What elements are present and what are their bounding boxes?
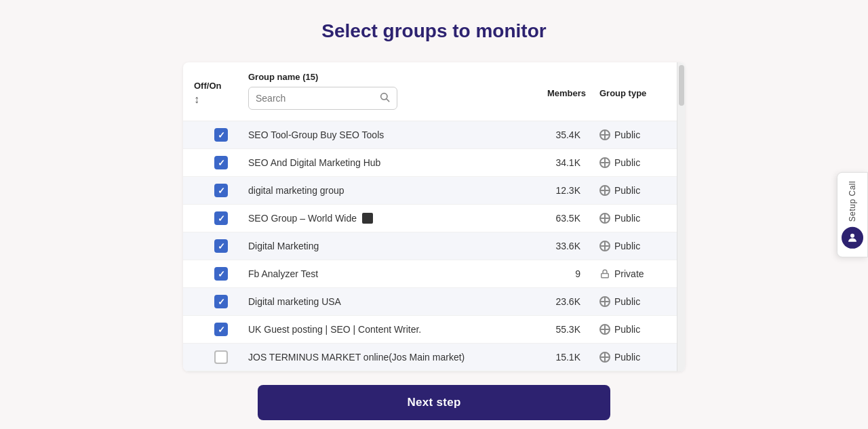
scrollbar-thumb [679, 65, 684, 106]
setup-call-sidebar[interactable]: Setup Call [837, 171, 868, 257]
grouptype-cell: Private [586, 268, 674, 279]
row-checkbox[interactable]: ✓ [214, 128, 228, 142]
group-name-cell: Digital Marketing [248, 241, 518, 251]
setup-call-label: Setup Call [848, 180, 857, 221]
col-offon-header: Off/On ↕ [194, 81, 248, 106]
setup-call-avatar [842, 227, 863, 249]
group-name-text: UK Guest posting | SEO | Content Writer. [248, 324, 518, 335]
row-checkbox[interactable]: ✓ [214, 267, 228, 281]
page-title: Select groups to monitor [321, 20, 546, 42]
next-step-button[interactable]: Next step [258, 385, 610, 420]
scrollbar[interactable] [677, 62, 685, 371]
grouptype-cell: Public [586, 296, 674, 307]
group-name-cell: Fb Analyzer Test [248, 268, 518, 279]
grouptype-cell: Public [586, 129, 674, 140]
checkbox-cell: ✓ [194, 239, 248, 253]
offon-label: Off/On [194, 81, 221, 91]
globe-icon [599, 157, 610, 168]
globe-icon [599, 241, 610, 251]
group-name-cell: SEO Group – World Wide [248, 213, 518, 224]
checkbox-cell: ✓ [194, 323, 248, 336]
globe-icon [599, 213, 610, 224]
checkbox-cell: ✓ [194, 267, 248, 281]
grouptype-label: Public [614, 241, 640, 251]
table-row: ✓SEO Tool-Group Buy SEO Tools35.4KPublic [183, 121, 685, 149]
group-name-text: Digital Marketing [248, 241, 518, 251]
checkbox-cell: ✓ [194, 128, 248, 142]
members-cell: 35.4K [518, 129, 586, 140]
search-button[interactable] [379, 91, 390, 105]
grouptype-cell: Public [586, 324, 674, 335]
svg-rect-2 [601, 273, 609, 277]
group-name-text: digital marketing group [248, 185, 518, 196]
grouptype-label: Public [614, 324, 640, 335]
group-name-text: SEO Group – World Wide [248, 213, 518, 224]
members-cell: 9 [518, 268, 586, 279]
row-checkbox[interactable]: ✓ [214, 156, 228, 169]
members-cell: 55.3K [518, 324, 586, 335]
groupname-label: Group name (15) [248, 72, 318, 82]
grouptype-cell: Public [586, 352, 674, 363]
table-row: ✓digital marketing group12.3KPublic [183, 177, 685, 205]
group-name-text: JOS TERMINUS MARKET online(Jos Main mark… [248, 352, 518, 363]
row-checkbox[interactable]: ✓ [214, 211, 228, 225]
table-row: ✓SEO And Digital Marketing Hub34.1KPubli… [183, 149, 685, 177]
row-checkbox[interactable]: ✓ [214, 184, 228, 197]
grouptype-cell: Public [586, 241, 674, 251]
grouptype-label: Public [614, 129, 640, 140]
members-cell: 34.1K [518, 157, 586, 168]
group-name-cell: Digital marketing USA [248, 296, 518, 307]
group-name-cell: JOS TERMINUS MARKET online(Jos Main mark… [248, 352, 518, 363]
groups-table: Off/On ↕ Group name (15) Members Group t… [183, 62, 685, 371]
group-name-cell: SEO Tool-Group Buy SEO Tools [248, 129, 518, 140]
grouptype-label: Private [614, 268, 644, 279]
members-cell: 15.1K [518, 352, 586, 363]
grouptype-label: Public [614, 157, 640, 168]
sort-icon[interactable]: ↕ [194, 94, 248, 106]
globe-icon [599, 296, 610, 307]
globe-icon [599, 324, 610, 335]
table-row: JOS TERMINUS MARKET online(Jos Main mark… [183, 344, 685, 371]
group-name-text: SEO Tool-Group Buy SEO Tools [248, 129, 518, 140]
group-name-cell: UK Guest posting | SEO | Content Writer. [248, 324, 518, 335]
members-cell: 33.6K [518, 241, 586, 251]
search-input[interactable] [256, 93, 379, 104]
group-name-text: SEO And Digital Marketing Hub [248, 157, 518, 168]
col-grouptype-header: Group type [586, 88, 674, 98]
checkbox-cell: ✓ [194, 211, 248, 225]
lock-icon [599, 268, 610, 279]
grouptype-cell: Public [586, 185, 674, 196]
table-row: ✓Digital marketing USA23.6KPublic [183, 288, 685, 316]
row-checkbox[interactable] [214, 350, 228, 364]
row-checkbox[interactable]: ✓ [214, 239, 228, 253]
table-row: ✓UK Guest posting | SEO | Content Writer… [183, 316, 685, 344]
table-row: ✓Digital Marketing33.6KPublic [183, 232, 685, 260]
row-checkbox[interactable]: ✓ [214, 295, 228, 308]
group-name-cell: digital marketing group [248, 185, 518, 196]
globe-icon [599, 129, 610, 140]
table-header: Off/On ↕ Group name (15) Members Group t… [183, 62, 685, 121]
members-cell: 23.6K [518, 296, 586, 307]
grouptype-label: Public [614, 213, 640, 224]
svg-line-1 [387, 99, 389, 102]
group-name-text: Fb Analyzer Test [248, 268, 518, 279]
grouptype-cell: Public [586, 213, 674, 224]
col-groupname-header: Group name (15) [248, 70, 518, 115]
checkbox-cell [194, 350, 248, 364]
grouptype-label: Public [614, 296, 640, 307]
members-cell: 63.5K [518, 213, 586, 224]
table-row: ✓SEO Group – World Wide63.5KPublic [183, 205, 685, 232]
inline-checkbox-icon [362, 213, 373, 224]
checkbox-cell: ✓ [194, 295, 248, 308]
search-bar[interactable] [248, 87, 397, 110]
col-members-header: Members [518, 88, 586, 98]
checkbox-cell: ✓ [194, 156, 248, 169]
svg-point-3 [850, 234, 854, 238]
table-rows: ✓SEO Tool-Group Buy SEO Tools35.4KPublic… [183, 121, 685, 371]
globe-icon [599, 185, 610, 196]
globe-icon [599, 352, 610, 363]
group-name-cell: SEO And Digital Marketing Hub [248, 157, 518, 168]
row-checkbox[interactable]: ✓ [214, 323, 228, 336]
group-name-text: Digital marketing USA [248, 296, 518, 307]
grouptype-label: Public [614, 352, 640, 363]
